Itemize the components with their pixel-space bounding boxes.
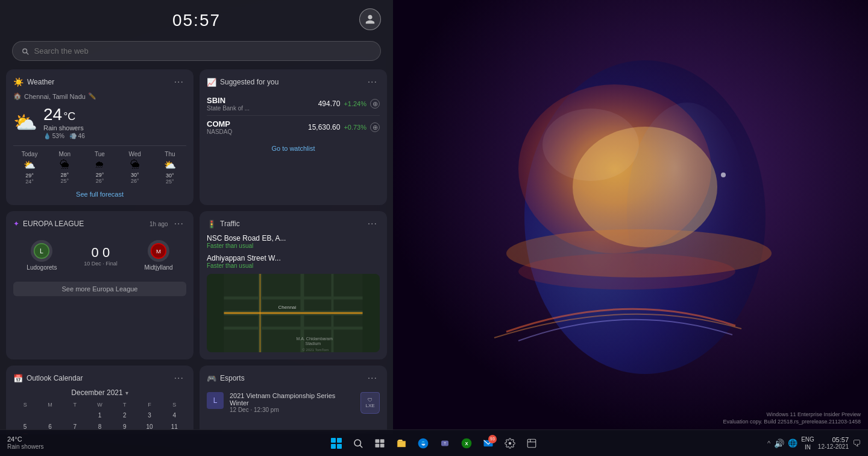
svg-text:Chennai: Chennai xyxy=(278,305,297,310)
taskbar-weather[interactable]: 24°C Rain showers xyxy=(7,435,44,451)
match-score: 0 0 10 Dec · Final xyxy=(84,245,118,267)
edge-browser-button[interactable] xyxy=(414,434,433,453)
weather-more-button[interactable]: ··· xyxy=(172,77,186,87)
mail-badge: 93 xyxy=(488,435,497,443)
wind-speed: 💨 46 xyxy=(69,133,85,139)
see-full-forecast-link[interactable]: See full forecast xyxy=(13,191,186,198)
edit-location-icon[interactable]: ✏️ xyxy=(88,92,96,100)
task-view-button[interactable] xyxy=(370,434,389,453)
wallpaper-shape xyxy=(386,0,868,434)
esports-widget: 🎮 Esports ··· L 2021 Vietnam Championshi… xyxy=(200,366,387,434)
svg-rect-31 xyxy=(380,443,385,447)
forecast-tue: Tue 🌧 29° 26° xyxy=(83,151,116,185)
calendar-more-button[interactable]: ··· xyxy=(172,373,186,384)
forecast-thu: Thu ⛅ 30° 25° xyxy=(154,151,186,185)
calendar-icon: 📅 xyxy=(13,374,23,383)
calendar-title: Outlook Calendar xyxy=(27,374,83,382)
cal-day-empty3 xyxy=(63,410,87,420)
calendar-dropdown-icon[interactable]: ▾ xyxy=(125,390,128,396)
esport-shield-badge: 🛡 LXE xyxy=(360,392,380,414)
see-more-europa-link[interactable]: See more Europa League xyxy=(13,282,186,296)
go-to-watchlist-link[interactable]: Go to watchlist xyxy=(207,145,380,152)
svg-text:L: L xyxy=(40,247,43,255)
screen-capture-button[interactable] xyxy=(522,434,541,453)
forecast-mon: Mon 🌦 28° 25° xyxy=(48,151,81,185)
cal-day-3[interactable]: 3 xyxy=(137,410,161,420)
cal-header-s2: S xyxy=(163,401,186,409)
sports-widget: ✦ EUROPA LEAGUE 1h ago ··· L Ludogorets … xyxy=(6,211,193,359)
svg-point-8 xyxy=(721,173,726,177)
svg-text:Stadium: Stadium xyxy=(306,341,321,346)
svg-point-7 xyxy=(627,103,747,320)
svg-rect-28 xyxy=(376,439,380,443)
settings-button[interactable] xyxy=(500,434,520,453)
notification-button[interactable]: 🗨 xyxy=(852,439,861,448)
cal-header-f: F xyxy=(137,401,161,409)
stocks-more-button[interactable]: ··· xyxy=(365,77,380,87)
volume-icon[interactable]: 🔊 xyxy=(774,439,784,448)
taskbar-clock[interactable]: 05:57 12-12-2021 xyxy=(818,436,849,450)
cal-day-empty1 xyxy=(13,410,37,420)
taskbar-right: ^ 🔊 🌐 ENG IN 05:57 12-12-2021 🗨 xyxy=(760,435,868,451)
traffic-map[interactable]: Chennai M.A. Chidambaram Stadium © 2021 … xyxy=(207,274,380,352)
search-input[interactable] xyxy=(34,46,372,55)
sports-more-button[interactable]: ··· xyxy=(172,218,186,229)
weather-icon: ☀️ xyxy=(13,77,24,87)
search-icon xyxy=(21,47,29,55)
stock-row-sbin[interactable]: SBIN State Bank of ... 494.70 +1.24% ⊕ xyxy=(207,92,380,116)
add-sbin-button[interactable]: ⊕ xyxy=(370,99,380,109)
svg-text:© 2021 TomTom: © 2021 TomTom xyxy=(303,348,329,352)
panel-time: 05:57 xyxy=(172,11,221,30)
start-button[interactable] xyxy=(327,434,346,453)
file-explorer-button[interactable] xyxy=(392,434,411,453)
mail-button[interactable]: 93 xyxy=(479,434,498,453)
weather-title: Weather xyxy=(27,78,54,86)
add-comp-button[interactable]: ⊕ xyxy=(370,122,380,132)
stocks-icon: 📈 xyxy=(207,78,216,87)
systray-chevron[interactable]: ^ xyxy=(767,440,770,447)
traffic-icon: 🚦 xyxy=(207,220,216,229)
sports-header: ✦ EUROPA LEAGUE 1h ago ··· xyxy=(13,218,186,229)
panel-header: 05:57 xyxy=(0,0,393,36)
esports-more-button[interactable]: ··· xyxy=(365,373,380,384)
team2-logo: M xyxy=(148,240,169,262)
traffic-road-2: Adhiyappan Street W... Faster than usual xyxy=(207,254,380,269)
esport-team-logo: L xyxy=(207,392,224,409)
taskbar: 24°C Rain showers xyxy=(0,429,868,456)
widgets-grid: ☀️ Weather ··· 🏠 Chennai, Tamil Nadu ✏️ … xyxy=(0,69,393,434)
rain-percent: 💧 53% xyxy=(43,133,64,139)
teams-button[interactable]: T xyxy=(435,434,454,453)
esports-header: 🎮 Esports ··· xyxy=(207,373,380,384)
sports-icon: ✦ xyxy=(13,220,19,228)
taskbar-search-button[interactable] xyxy=(348,434,368,453)
user-avatar[interactable] xyxy=(359,8,381,30)
svg-text:M.A. Chidambaram: M.A. Chidambaram xyxy=(297,337,333,341)
svg-text:X: X xyxy=(465,441,468,446)
esport-event-row[interactable]: L 2021 Vietnam Championship Series Winte… xyxy=(207,388,380,417)
svg-point-26 xyxy=(354,440,361,446)
team1-info: L Ludogorets xyxy=(27,240,57,271)
search-bar[interactable] xyxy=(12,41,381,61)
traffic-road-1: NSC Bose Road EB, A... Faster than usual xyxy=(207,234,380,249)
esports-icon: 🎮 xyxy=(207,374,216,383)
cal-day-4[interactable]: 4 xyxy=(163,410,186,420)
svg-rect-29 xyxy=(380,439,385,443)
cal-header-m: M xyxy=(38,401,61,409)
weather-unit: °C xyxy=(63,110,75,123)
network-icon[interactable]: 🌐 xyxy=(788,439,797,448)
calendar-header: 📅 Outlook Calendar ··· xyxy=(13,373,186,384)
weather-description: Rain showers xyxy=(43,124,85,131)
weather-location: 🏠 Chennai, Tamil Nadu ✏️ xyxy=(13,92,186,100)
traffic-more-button[interactable]: ··· xyxy=(365,218,380,229)
cal-day-1[interactable]: 1 xyxy=(88,410,112,420)
cal-day-2[interactable]: 2 xyxy=(113,410,136,420)
stocks-widget: 📈 Suggested for you ··· SBIN State Bank … xyxy=(200,69,387,205)
taskbar-language[interactable]: ENG IN xyxy=(801,435,814,451)
stock-row-comp[interactable]: COMP NASDAQ 15,630.60 +0.73% ⊕ xyxy=(207,116,380,139)
xbox-button[interactable]: X xyxy=(457,434,476,453)
lxe-badge: 🛡 LXE xyxy=(360,392,380,414)
forecast-today: Today ⛅ 29° 24° xyxy=(13,151,46,185)
traffic-widget: 🚦 Traffic ··· NSC Bose Road EB, A... Fas… xyxy=(200,211,387,359)
stocks-title: Suggested for you xyxy=(220,78,278,86)
traffic-title: Traffic xyxy=(220,220,240,228)
